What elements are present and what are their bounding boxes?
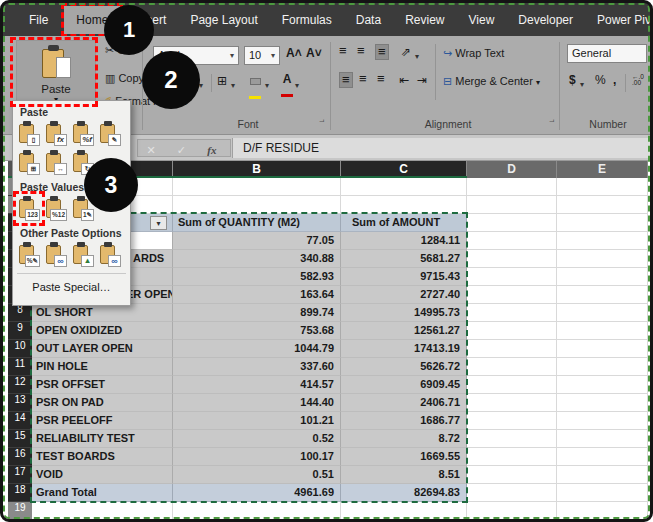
paste-values-icon[interactable]: 123 xyxy=(18,196,40,221)
cell-D9[interactable] xyxy=(467,322,557,340)
paste-values-number-formatting-icon[interactable]: %12 xyxy=(45,196,67,221)
cell-E9[interactable] xyxy=(557,322,648,340)
cell-E6[interactable] xyxy=(557,268,648,286)
grow-font-button[interactable]: A˄ xyxy=(286,46,302,60)
cell-C12[interactable]: 6909.45 xyxy=(341,376,467,394)
cell-D19[interactable] xyxy=(467,502,557,520)
cell-B14[interactable]: 101.21 xyxy=(173,412,341,430)
cell-E12[interactable] xyxy=(557,376,648,394)
row-number-11[interactable]: 11 xyxy=(8,358,32,376)
cell-B18[interactable]: 4961.69 xyxy=(173,484,341,502)
cell-E3[interactable] xyxy=(557,214,648,232)
cell-C8[interactable]: 14995.73 xyxy=(341,304,467,322)
borders-dropdown-icon[interactable]: ▾ xyxy=(231,77,235,91)
align-center-button[interactable]: ≡ xyxy=(359,73,367,85)
row-number-15[interactable]: 15 xyxy=(8,430,32,448)
cell-E4[interactable] xyxy=(557,232,648,250)
cell-B10[interactable]: 1044.79 xyxy=(173,340,341,358)
column-header-E[interactable]: E xyxy=(557,161,648,178)
row-number-16[interactable]: 16 xyxy=(8,448,32,466)
font-color-dropdown-icon[interactable]: ▾ xyxy=(295,77,299,91)
increase-indent-button[interactable]: ⇥ xyxy=(417,73,427,87)
cell-D17[interactable] xyxy=(467,466,557,484)
alignment-dialog-launcher-icon[interactable]: ⌐ xyxy=(549,117,554,127)
paste-formulas-icon[interactable]: fx xyxy=(45,121,67,146)
paste-formulas-number-formatting-icon[interactable]: %f xyxy=(72,121,94,146)
cell-B8[interactable]: 899.74 xyxy=(173,304,341,322)
cell-B12[interactable]: 414.57 xyxy=(173,376,341,394)
align-bottom-button[interactable]: ≡ xyxy=(375,44,389,60)
percent-style-button[interactable]: % xyxy=(595,73,606,87)
cell-B19[interactable] xyxy=(173,502,341,520)
currency-button[interactable]: $ xyxy=(569,73,576,87)
paste-keep-source-formatting-icon[interactable]: ✎ xyxy=(99,121,121,146)
cell-D5[interactable] xyxy=(467,250,557,268)
cell-D14[interactable] xyxy=(467,412,557,430)
paste-linked-picture-icon[interactable]: ∞ xyxy=(99,242,121,267)
paste-button[interactable]: Paste ▾ xyxy=(16,40,96,104)
cell-E19[interactable] xyxy=(557,502,648,520)
decrease-indent-button[interactable]: ⇤ xyxy=(399,73,409,87)
tab-developer[interactable]: Developer xyxy=(506,6,585,34)
cell-D1[interactable] xyxy=(467,178,557,196)
row-number-9[interactable]: 9 xyxy=(8,322,32,340)
align-top-button[interactable]: ≡ xyxy=(339,45,347,57)
cell-C15[interactable]: 8.72 xyxy=(341,430,467,448)
align-left-button[interactable]: ≡ xyxy=(339,72,353,88)
cell-B3[interactable]: Sum of QUANTITY (M2) xyxy=(173,214,341,232)
font-name-dropdown-icon[interactable]: ▾ xyxy=(230,51,234,60)
cell-B7[interactable]: 163.64 xyxy=(173,286,341,304)
paste-no-borders-icon[interactable]: ⊞ xyxy=(18,150,40,175)
cell-C6[interactable]: 9715.43 xyxy=(341,268,467,286)
cell-A15[interactable]: RELIABILITY TEST xyxy=(32,430,173,448)
row-number-19[interactable]: 19 xyxy=(8,502,32,520)
paste-special-menu-item[interactable]: Paste Special… xyxy=(13,277,130,297)
align-middle-button[interactable]: ≡ xyxy=(357,45,365,57)
formula-input[interactable]: D/F RESIDUE xyxy=(232,138,651,158)
fill-dropdown-icon[interactable]: ▾ xyxy=(265,77,269,91)
row-number-17[interactable]: 17 xyxy=(8,466,32,484)
fill-color-button[interactable] xyxy=(249,74,261,102)
cell-A10[interactable]: OUT LAYER OPEN xyxy=(32,340,173,358)
row-number-10[interactable]: 10 xyxy=(8,340,32,358)
cell-C10[interactable]: 17413.19 xyxy=(341,340,467,358)
paste-picture-icon[interactable]: ▴ xyxy=(72,242,94,267)
wrap-text-button[interactable]: ↪Wrap Text xyxy=(443,47,504,60)
cell-B15[interactable]: 0.52 xyxy=(173,430,341,448)
cell-A13[interactable]: PSR ON PAD xyxy=(32,394,173,412)
tab-power-pivot[interactable]: Power Pivot xyxy=(585,6,650,34)
tab-data[interactable]: Data xyxy=(344,6,393,34)
font-size-dropdown-icon[interactable]: ▾ xyxy=(271,51,275,60)
cell-D3[interactable] xyxy=(467,214,557,232)
font-dialog-launcher-icon[interactable]: ⌐ xyxy=(319,117,324,127)
cell-E7[interactable] xyxy=(557,286,648,304)
cell-A17[interactable]: VOID xyxy=(32,466,173,484)
cell-D15[interactable] xyxy=(467,430,557,448)
cell-C9[interactable]: 12561.27 xyxy=(341,322,467,340)
cell-C2[interactable] xyxy=(341,196,467,214)
pivot-row-labels-filter-button[interactable]: ▾ xyxy=(150,216,167,230)
cell-E17[interactable] xyxy=(557,466,648,484)
cell-E10[interactable] xyxy=(557,340,648,358)
insert-function-button[interactable]: fx xyxy=(199,142,225,158)
cell-B2[interactable] xyxy=(173,196,341,214)
cell-E5[interactable] xyxy=(557,250,648,268)
enter-button[interactable]: ✓ xyxy=(168,142,194,158)
cell-A18[interactable]: Grand Total xyxy=(32,484,173,502)
cell-B9[interactable]: 753.68 xyxy=(173,322,341,340)
font-color-button[interactable]: A xyxy=(281,72,293,100)
row-number-13[interactable]: 13 xyxy=(8,394,32,412)
cell-A8[interactable]: OL SHORT xyxy=(32,304,173,322)
cell-B16[interactable]: 100.17 xyxy=(173,448,341,466)
cell-E2[interactable] xyxy=(557,196,648,214)
cell-C4[interactable]: 1284.11 xyxy=(341,232,467,250)
shrink-font-button[interactable]: A˅ xyxy=(306,46,322,60)
cell-E16[interactable] xyxy=(557,448,648,466)
cell-A12[interactable]: PSR OFFSET xyxy=(32,376,173,394)
paste-formatting-icon[interactable]: %✎ xyxy=(18,242,40,267)
cell-B4[interactable]: 77.05 xyxy=(173,232,341,250)
cell-D13[interactable] xyxy=(467,394,557,412)
cell-D11[interactable] xyxy=(467,358,557,376)
cancel-button[interactable]: ✕ xyxy=(138,142,164,158)
cell-B13[interactable]: 144.40 xyxy=(173,394,341,412)
